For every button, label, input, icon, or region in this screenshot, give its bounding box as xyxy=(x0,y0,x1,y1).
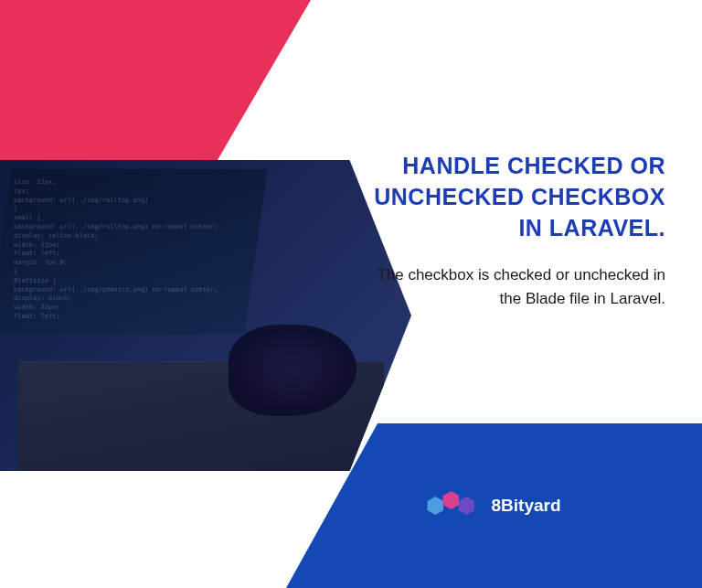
code-display: size: 22px; 7px; background: url(../img/… xyxy=(14,178,233,325)
hex-shape xyxy=(442,491,459,509)
hex-shape xyxy=(427,497,443,515)
logo-icon xyxy=(427,497,474,515)
laptop-photo: size: 22px; 7px; background: url(../img/… xyxy=(0,160,411,471)
pink-accent-shape xyxy=(0,0,311,160)
hex-shape xyxy=(458,497,474,515)
brand-name: 8Bityard xyxy=(491,496,560,516)
sub-heading: The checkbox is checked or unchecked in … xyxy=(364,263,665,310)
main-heading: HANDLE CHECKED OR UNCHECKED CHECKBOX IN … xyxy=(364,151,665,243)
promo-graphic: size: 22px; 7px; background: url(../img/… xyxy=(0,0,702,588)
text-content: HANDLE CHECKED OR UNCHECKED CHECKBOX IN … xyxy=(364,151,665,310)
